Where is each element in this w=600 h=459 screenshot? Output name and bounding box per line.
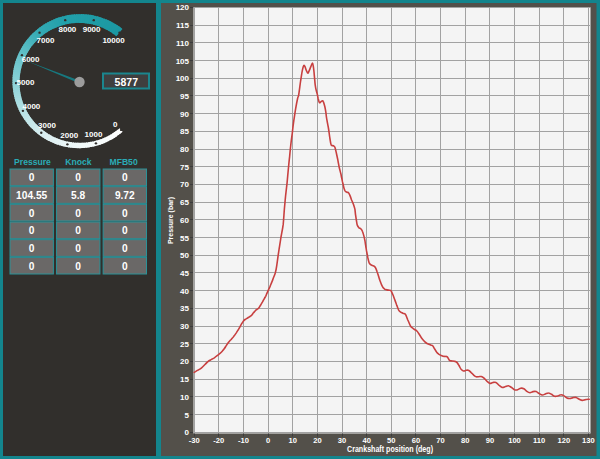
- svg-text:30: 30: [180, 322, 189, 331]
- svg-text:65: 65: [180, 198, 189, 207]
- svg-text:120: 120: [557, 436, 570, 445]
- svg-text:0: 0: [266, 436, 270, 445]
- svg-text:35: 35: [180, 304, 189, 313]
- svg-text:20: 20: [180, 357, 189, 366]
- svg-text:100: 100: [176, 74, 190, 83]
- svg-text:MFB50: MFB50: [110, 157, 138, 167]
- svg-text:15: 15: [180, 375, 189, 384]
- svg-text:0: 0: [29, 243, 35, 254]
- svg-text:1000: 1000: [85, 130, 103, 139]
- svg-text:6000: 6000: [22, 55, 40, 64]
- svg-text:0: 0: [122, 243, 128, 254]
- svg-text:25: 25: [180, 340, 189, 349]
- svg-text:115: 115: [176, 21, 189, 30]
- svg-text:0: 0: [75, 261, 81, 272]
- svg-text:9.72: 9.72: [115, 190, 135, 201]
- svg-text:60: 60: [180, 216, 189, 225]
- svg-text:0: 0: [122, 208, 128, 219]
- svg-text:5: 5: [185, 411, 190, 420]
- svg-text:0: 0: [29, 261, 35, 272]
- svg-text:30: 30: [338, 436, 346, 445]
- svg-text:10000: 10000: [102, 36, 125, 45]
- svg-text:110: 110: [533, 436, 545, 445]
- svg-text:-20: -20: [213, 436, 224, 445]
- svg-text:0: 0: [75, 172, 81, 183]
- svg-text:70: 70: [180, 180, 189, 189]
- svg-text:4000: 4000: [23, 102, 41, 111]
- svg-text:105: 105: [176, 57, 190, 66]
- svg-text:95: 95: [180, 92, 189, 101]
- svg-text:7000: 7000: [37, 36, 55, 45]
- svg-text:0: 0: [29, 225, 35, 236]
- svg-text:10: 10: [180, 393, 189, 402]
- svg-text:20: 20: [313, 436, 321, 445]
- svg-text:120: 120: [176, 3, 190, 12]
- svg-text:70: 70: [436, 436, 444, 445]
- svg-text:100: 100: [508, 436, 521, 445]
- svg-text:75: 75: [180, 163, 189, 172]
- svg-text:80: 80: [461, 436, 469, 445]
- svg-text:90: 90: [486, 436, 494, 445]
- svg-text:Crankshaft position (deg): Crankshaft position (deg): [347, 444, 433, 454]
- svg-text:5.8: 5.8: [71, 190, 85, 201]
- svg-text:0: 0: [122, 261, 128, 272]
- svg-text:Knock: Knock: [65, 157, 91, 167]
- svg-text:80: 80: [180, 145, 189, 154]
- svg-text:0: 0: [113, 120, 118, 129]
- svg-text:50: 50: [180, 251, 189, 260]
- svg-text:45: 45: [180, 269, 189, 278]
- svg-text:0: 0: [75, 208, 81, 219]
- svg-text:Pressure (bar): Pressure (bar): [166, 197, 175, 244]
- svg-text:130: 130: [582, 436, 595, 445]
- svg-text:0: 0: [122, 172, 128, 183]
- svg-text:5000: 5000: [17, 78, 35, 87]
- svg-text:85: 85: [180, 127, 189, 136]
- svg-text:40: 40: [180, 287, 189, 296]
- svg-text:-30: -30: [189, 436, 200, 445]
- svg-text:0: 0: [29, 208, 35, 219]
- svg-text:0: 0: [185, 428, 190, 437]
- svg-text:0: 0: [75, 243, 81, 254]
- svg-text:90: 90: [180, 110, 189, 119]
- svg-text:110: 110: [176, 39, 189, 48]
- svg-text:0: 0: [75, 225, 81, 236]
- svg-text:55: 55: [180, 234, 189, 243]
- svg-text:104.55: 104.55: [16, 190, 47, 201]
- svg-text:Pressure: Pressure: [14, 157, 51, 167]
- svg-text:8000: 8000: [59, 25, 77, 34]
- svg-text:2000: 2000: [60, 131, 78, 140]
- svg-text:9000: 9000: [83, 25, 101, 34]
- svg-text:-10: -10: [238, 436, 249, 445]
- svg-text:0: 0: [29, 172, 35, 183]
- svg-text:0: 0: [122, 225, 128, 236]
- svg-text:3000: 3000: [38, 121, 56, 130]
- svg-text:10: 10: [289, 436, 297, 445]
- svg-text:5877: 5877: [115, 76, 139, 88]
